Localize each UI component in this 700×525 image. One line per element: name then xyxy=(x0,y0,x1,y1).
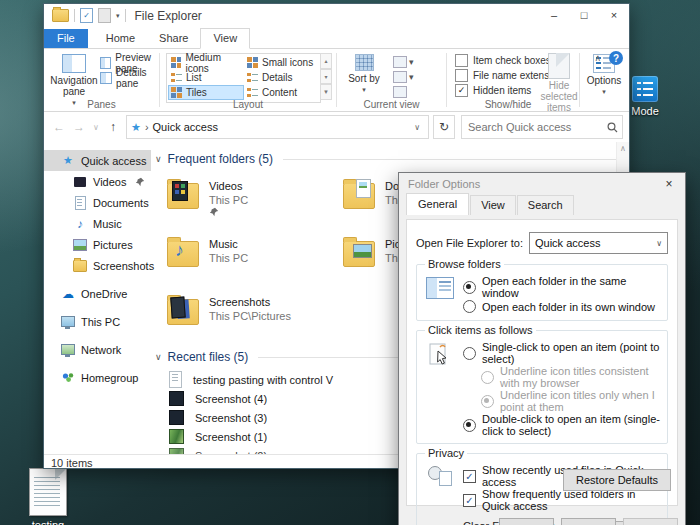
search-icon[interactable] xyxy=(607,122,618,133)
radio-own-window[interactable]: Open each folder in its own window xyxy=(463,299,661,314)
sidebar-item-this-pc[interactable]: This PC xyxy=(44,311,151,332)
close-button[interactable]: × xyxy=(599,4,629,26)
folder-tile-videos[interactable]: Videos This PC xyxy=(167,174,343,232)
view-medium-icons[interactable]: Medium icons xyxy=(168,55,244,70)
tile-location: This PC xyxy=(209,193,248,207)
radio-unselected xyxy=(463,300,476,313)
sidebar-item-quick-access[interactable]: ★ Quick access xyxy=(44,150,151,171)
folder-tile-screenshots[interactable]: Screenshots This PC\Pictures xyxy=(167,290,343,348)
gallery-more-button[interactable]: ▼ xyxy=(320,84,332,100)
details-pane-button[interactable]: Details pane xyxy=(100,70,159,85)
group-by-button[interactable]: ▾ xyxy=(393,54,414,69)
breadcrumb-quick-access[interactable]: Quick access xyxy=(153,121,218,133)
cancel-button[interactable]: Cancel xyxy=(561,518,616,525)
dialog-title: Folder Options xyxy=(408,178,480,190)
dialog-tab-view[interactable]: View xyxy=(470,195,516,215)
desktop-icon-testing[interactable]: testing xyxy=(18,468,78,525)
view-content[interactable]: Content xyxy=(244,85,320,100)
tab-view[interactable]: View xyxy=(200,28,250,49)
view-list[interactable]: List xyxy=(168,70,244,85)
pin-icon xyxy=(135,177,145,187)
maximize-button[interactable]: □ xyxy=(569,4,599,26)
collapse-ribbon-icon[interactable]: ∧ xyxy=(594,53,601,63)
group-label-current-view: Current view xyxy=(337,99,446,110)
click-items-group: Click items as follows Single-click to o… xyxy=(416,330,668,444)
add-columns-button[interactable]: ▾ xyxy=(393,69,414,84)
open-to-label: Open File Explorer to: xyxy=(416,237,523,249)
tile-name: Videos xyxy=(209,179,248,193)
dialog-title-bar: Folder Options × xyxy=(399,173,685,195)
view-details[interactable]: Details xyxy=(244,70,320,85)
hidden-items-label: Hidden items xyxy=(473,85,531,96)
details-pane-label: Details pane xyxy=(116,67,159,89)
dialog-close-button[interactable]: × xyxy=(653,173,685,194)
up-button[interactable]: ↑ xyxy=(104,120,122,134)
sidebar-item-music[interactable]: ♪ Music xyxy=(44,213,151,234)
dialog-tab-search[interactable]: Search xyxy=(517,195,574,215)
folder-tile-music[interactable]: ♪ Music This PC xyxy=(167,232,343,290)
forward-button[interactable]: → xyxy=(70,120,88,134)
chevron-down-icon[interactable]: ∨ xyxy=(155,352,162,362)
ribbon-group-show-hide: Item check boxes File name extensions ✓ … xyxy=(447,49,579,111)
tiles-icon xyxy=(171,87,182,98)
customize-qat-chevron-icon[interactable]: ▾ xyxy=(116,12,120,20)
size-columns-button[interactable] xyxy=(393,84,414,99)
medium-icons-icon xyxy=(171,57,181,68)
gallery-scroll-down-button[interactable]: ▾ xyxy=(320,69,332,85)
new-folder-icon[interactable] xyxy=(98,8,111,23)
open-to-combobox[interactable]: Quick access ∨ xyxy=(529,232,668,254)
help-icon[interactable]: ? xyxy=(609,51,623,65)
ok-button[interactable]: OK xyxy=(499,518,554,525)
apply-button[interactable]: Apply xyxy=(623,518,678,525)
tab-share[interactable]: Share xyxy=(147,29,200,48)
folder-icon xyxy=(167,183,199,209)
dialog-tab-strip: General View Search xyxy=(399,195,685,215)
tab-home[interactable]: Home xyxy=(94,29,147,48)
sidebar-item-documents[interactable]: Documents xyxy=(44,192,151,213)
refresh-button[interactable]: ↻ xyxy=(433,115,455,139)
sidebar-item-onedrive[interactable]: ☁ OneDrive xyxy=(44,283,151,304)
dialog-bottom-buttons: OK Cancel Apply xyxy=(399,518,678,525)
checkbox-unchecked xyxy=(455,54,468,67)
checkbox-frequent-folders[interactable]: ✓ Show frequently used folders in Quick … xyxy=(463,488,661,512)
sidebar-item-homegroup[interactable]: Homegroup xyxy=(44,367,151,388)
address-dropdown-icon[interactable]: ∨ xyxy=(410,123,424,132)
checkbox-checked: ✓ xyxy=(455,84,468,97)
music-overlay-icon: ♪ xyxy=(175,240,184,261)
divider xyxy=(125,9,126,22)
window-controls: – □ × xyxy=(539,4,629,26)
sidebar-item-network[interactable]: Network xyxy=(44,339,151,360)
section-header-frequent-folders[interactable]: ∨ Frequent folders (5) xyxy=(155,152,629,166)
radio-double-click[interactable]: Double-click to open an item (single-cli… xyxy=(463,413,661,437)
gallery-scrollbar: ▴ ▾ ▼ xyxy=(320,53,332,100)
restore-defaults-button[interactable]: Restore Defaults xyxy=(563,469,671,491)
file-name: Screenshot (2) xyxy=(195,450,267,455)
properties-icon[interactable]: ✓ xyxy=(80,8,93,23)
back-button[interactable]: ← xyxy=(50,120,68,134)
view-tiles-selected[interactable]: Tiles xyxy=(168,85,244,100)
tab-file[interactable]: File xyxy=(44,29,88,48)
radio-same-window[interactable]: Open each folder in the same window xyxy=(463,275,661,299)
file-name: testing pasting with control V xyxy=(193,374,333,386)
address-bar[interactable]: ★ › Quick access ∨ xyxy=(126,115,429,139)
gallery-scroll-up-button[interactable]: ▴ xyxy=(320,53,332,69)
dialog-tab-general[interactable]: General xyxy=(406,193,469,215)
sidebar-item-pictures[interactable]: Pictures xyxy=(44,234,151,255)
group-by-icon xyxy=(393,56,407,68)
recent-locations-icon[interactable]: ∨ xyxy=(90,123,102,132)
sort-by-button[interactable]: Sort by ▾ xyxy=(345,52,383,95)
sidebar-item-screenshots[interactable]: Screenshots xyxy=(44,255,151,276)
scroll-up-arrow-icon[interactable]: ∧ xyxy=(617,142,629,156)
explorer-folder-icon xyxy=(52,9,69,22)
ribbon: Navigation pane ▾ Preview pane Details p… xyxy=(44,49,629,112)
sidebar-item-videos[interactable]: Videos xyxy=(44,171,151,192)
group-label-panes: Panes xyxy=(44,99,159,110)
radio-single-click[interactable]: Single-click to open an item (point to s… xyxy=(463,341,661,365)
ribbon-group-layout: Medium icons Small icons List Details Ti… xyxy=(160,49,336,111)
search-input[interactable] xyxy=(466,120,607,134)
chevron-down-icon[interactable]: ∨ xyxy=(155,154,162,164)
search-box xyxy=(461,115,623,139)
minimize-button[interactable]: – xyxy=(539,4,569,26)
view-small-icons[interactable]: Small icons xyxy=(244,55,320,70)
documents-icon xyxy=(75,196,86,210)
